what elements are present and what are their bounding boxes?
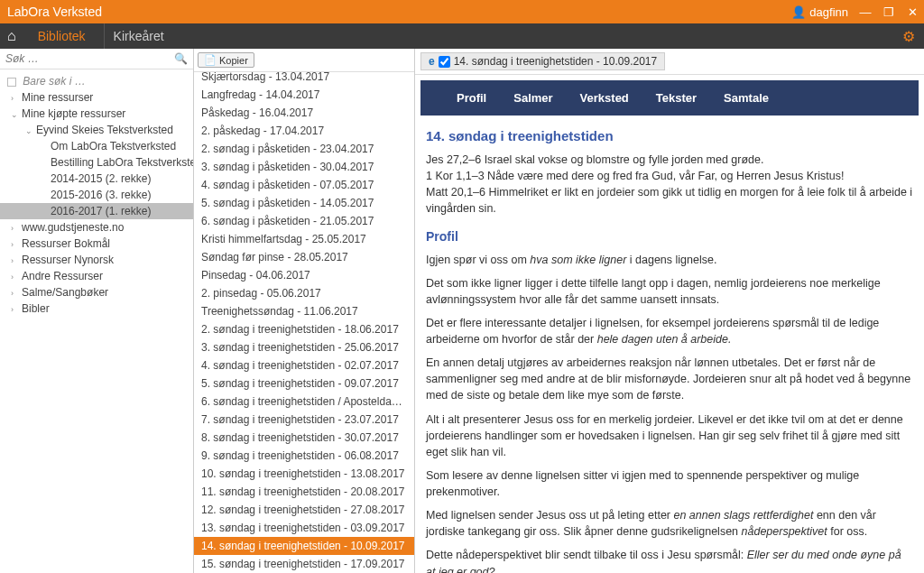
resource-tree: Bare søk i … ›Mine ressurser⌄Mine kjøpte… bbox=[0, 69, 193, 573]
toolbar: ⌂ Bibliotek Kirkeåret ⚙ bbox=[0, 23, 924, 49]
gear-icon[interactable]: ⚙ bbox=[902, 28, 924, 45]
list-item[interactable]: 11. søndag i treenighetstiden - 20.08.20… bbox=[194, 483, 414, 501]
tree-item-label: Bestilling LabOra Tekstverksted bbox=[51, 156, 193, 169]
tab-bibliotek[interactable]: Bibliotek bbox=[29, 23, 95, 49]
copy-icon: 📄 bbox=[204, 54, 217, 66]
tree-twisty-icon[interactable]: › bbox=[11, 289, 20, 298]
list-item[interactable]: 10. søndag i treenighetstiden - 13.08.20… bbox=[194, 465, 414, 483]
tree-item-label: Mine kjøpte ressurser bbox=[22, 107, 125, 120]
tree-item[interactable]: ›Ressurser Nynorsk bbox=[0, 252, 193, 268]
list-item[interactable]: 5. søndag i treenighetstiden - 09.07.201… bbox=[194, 374, 414, 393]
kopier-button[interactable]: 📄 Kopier bbox=[198, 52, 254, 68]
list-item[interactable]: 4. søndag i treenighetstiden - 02.07.201… bbox=[194, 356, 414, 374]
list-item[interactable]: 2. påskedag - 17.04.2017 bbox=[194, 122, 414, 140]
list-item[interactable]: Kristi himmelfartsdag - 25.05.2017 bbox=[194, 230, 414, 248]
tree-item[interactable]: ⌄Mine kjøpte ressurser bbox=[0, 106, 193, 122]
sidebar: 🔍 Bare søk i … ›Mine ressurser⌄Mine kjøp… bbox=[0, 49, 194, 573]
list-item[interactable]: 14. søndag i treenighetstiden - 10.09.20… bbox=[194, 537, 414, 555]
list-item[interactable]: 2. pinsedag - 05.06.2017 bbox=[194, 284, 414, 302]
tree-twisty-icon[interactable]: › bbox=[11, 256, 20, 265]
content-panel: e 14. søndag i treenighetstiden - 10.09.… bbox=[415, 49, 924, 573]
tree-item-label: Mine ressurser bbox=[22, 91, 93, 104]
list-item[interactable]: Søndag før pinse - 28.05.2017 bbox=[194, 248, 414, 266]
app-title: LabOra Verksted bbox=[7, 5, 102, 19]
tree-item[interactable]: 2014-2015 (2. rekke) bbox=[0, 171, 193, 187]
close-button[interactable]: ✕ bbox=[906, 5, 919, 19]
doc-source-icon: e bbox=[429, 55, 435, 68]
date-list-panel: 📄 Kopier 3. søndag i fastetiden - 19.03.… bbox=[194, 49, 415, 573]
list-item[interactable]: 6. søndag i treenighetstiden / Apostelda… bbox=[194, 393, 414, 411]
tree-twisty-icon[interactable]: › bbox=[11, 273, 20, 282]
tree-twisty-icon[interactable]: › bbox=[11, 224, 20, 233]
tree-twisty-icon[interactable]: › bbox=[11, 305, 20, 314]
list-item[interactable]: Pinsedag - 04.06.2017 bbox=[194, 266, 414, 284]
search-input[interactable] bbox=[5, 52, 174, 65]
nav-salmer[interactable]: Salmer bbox=[513, 91, 552, 105]
list-item[interactable]: 2. søndag i treenighetstiden - 18.06.201… bbox=[194, 320, 414, 338]
search-filter-label[interactable]: Bare søk i … bbox=[0, 73, 193, 89]
doc-p5: Alt i alt presenterer Jesus oss for en m… bbox=[426, 411, 913, 460]
tree-item-label: Eyvind Skeies Tekstverksted bbox=[36, 124, 173, 136]
nav-verksted[interactable]: Verksted bbox=[580, 91, 629, 105]
tree-item[interactable]: ›www.gudstjeneste.no bbox=[0, 219, 193, 236]
tree-twisty-icon[interactable]: › bbox=[11, 240, 20, 249]
user-icon: 👤 bbox=[791, 5, 806, 19]
maximize-button[interactable]: ❐ bbox=[882, 5, 895, 19]
doc-intro-1: 1 Kor 1,1–3 Nåde være med dere og fred f… bbox=[426, 168, 913, 184]
doc-p8: Dette nådeperspektivet blir sendt tilbak… bbox=[426, 547, 913, 573]
tree-item[interactable]: 2015-2016 (3. rekke) bbox=[0, 187, 193, 203]
tree-item[interactable]: ›Bibler bbox=[0, 300, 193, 317]
list-item[interactable]: 3. søndag i påsketiden - 30.04.2017 bbox=[194, 158, 414, 176]
search-icon[interactable]: 🔍 bbox=[174, 52, 188, 65]
list-item[interactable]: 2. søndag i påsketiden - 23.04.2017 bbox=[194, 140, 414, 158]
tree-item-label: 2014-2015 (2. rekke) bbox=[51, 172, 151, 185]
list-item[interactable]: 8. søndag i treenighetstiden - 30.07.201… bbox=[194, 429, 414, 447]
tree-item-label: Ressurser Nynorsk bbox=[22, 254, 114, 266]
tree-item[interactable]: Om LabOra Tekstverksted bbox=[0, 138, 193, 154]
list-item[interactable]: 3. søndag i treenighetstiden - 25.06.201… bbox=[194, 338, 414, 356]
list-item[interactable]: 4. søndag i påsketiden - 07.05.2017 bbox=[194, 176, 414, 194]
doc-body: 14. søndag i treenighetstiden Jes 27,2–6… bbox=[415, 121, 924, 573]
tree-twisty-icon[interactable]: ⌄ bbox=[25, 126, 34, 135]
nav-samtale[interactable]: Samtale bbox=[724, 91, 769, 105]
nav-profil[interactable]: Profil bbox=[457, 91, 486, 105]
list-item[interactable]: 12. søndag i treenighetstiden - 27.08.20… bbox=[194, 501, 414, 519]
list-item[interactable]: 7. søndag i treenighetstiden - 23.07.201… bbox=[194, 411, 414, 429]
list-item[interactable]: Skjærtorsdag - 13.04.2017 bbox=[194, 72, 414, 86]
list-item[interactable]: Påskedag - 16.04.2017 bbox=[194, 104, 414, 122]
tree-twisty-icon[interactable]: › bbox=[11, 94, 20, 103]
list-item[interactable]: Langfredag - 14.04.2017 bbox=[194, 86, 414, 104]
nav-tekster[interactable]: Tekster bbox=[656, 91, 697, 105]
doc-p7: Med lignelsen sender Jesus oss ut på let… bbox=[426, 507, 913, 540]
list-item[interactable]: 9. søndag i treenighetstiden - 06.08.201… bbox=[194, 447, 414, 465]
tree-item[interactable]: ⌄Eyvind Skeies Tekstverksted bbox=[0, 122, 193, 138]
username: dagfinn bbox=[809, 5, 848, 19]
list-item[interactable]: 13. søndag i treenighetstiden - 03.09.20… bbox=[194, 519, 414, 537]
section-title: Profil bbox=[426, 227, 913, 245]
date-list[interactable]: 3. søndag i fastetiden - 19.03.2017Maria… bbox=[194, 72, 414, 573]
doc-p3: Det er flere interessante detaljer i lig… bbox=[426, 315, 913, 347]
tree-twisty-icon[interactable]: ⌄ bbox=[11, 110, 20, 119]
tree-item[interactable]: Bestilling LabOra Tekstverksted bbox=[0, 154, 193, 171]
tab-kirkearet[interactable]: Kirkeåret bbox=[104, 23, 173, 49]
tree-item[interactable]: 2016-2017 (1. rekke) bbox=[0, 203, 193, 219]
list-item[interactable]: 5. søndag i påsketiden - 14.05.2017 bbox=[194, 194, 414, 212]
tree-item[interactable]: ›Ressurser Bokmål bbox=[0, 236, 193, 252]
list-item[interactable]: Treenighetssøndag - 11.06.2017 bbox=[194, 302, 414, 320]
user-indicator[interactable]: 👤 dagfinn bbox=[791, 5, 848, 19]
tree-item[interactable]: ›Andre Ressurser bbox=[0, 268, 193, 284]
doc-p2: Det som ikke ligner ligger i dette tilfe… bbox=[426, 275, 913, 308]
doc-intro-2: Matt 20,1–6 Himmelriket er likt en jorde… bbox=[426, 184, 913, 217]
tree-item-label: Om LabOra Tekstverksted bbox=[51, 140, 176, 152]
document-tab[interactable]: e 14. søndag i treenighetstiden - 10.09.… bbox=[420, 52, 665, 70]
minimize-button[interactable]: — bbox=[859, 5, 872, 19]
tree-item[interactable]: ›Mine ressurser bbox=[0, 89, 193, 106]
list-item[interactable]: 15. søndag i treenighetstiden - 17.09.20… bbox=[194, 555, 414, 573]
doc-checkbox[interactable] bbox=[439, 56, 450, 68]
content-nav: Profil Salmer Verksted Tekster Samtale bbox=[420, 80, 919, 116]
home-icon[interactable]: ⌂ bbox=[7, 28, 16, 44]
list-item[interactable]: 6. søndag i påsketiden - 21.05.2017 bbox=[194, 212, 414, 230]
content-scroll[interactable]: Profil Salmer Verksted Tekster Samtale 1… bbox=[415, 75, 924, 573]
tree-item[interactable]: ›Salme/Sangbøker bbox=[0, 284, 193, 300]
checkbox-icon[interactable] bbox=[7, 78, 16, 87]
